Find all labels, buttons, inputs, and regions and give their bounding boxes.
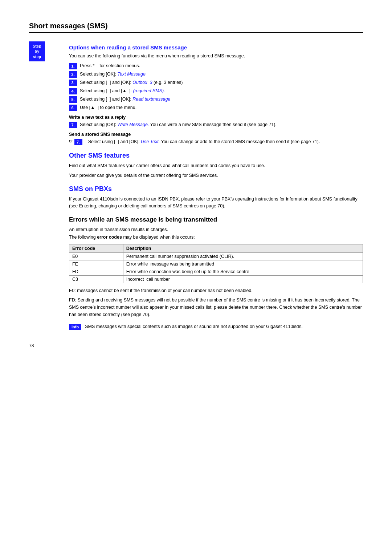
sms-pbx-text: If your Gigaset 4110isdn is connected to… bbox=[69, 196, 363, 210]
step-num-2: 2. bbox=[69, 71, 77, 78]
table-row: FD Error while connection was being set … bbox=[69, 268, 363, 276]
error-desc-e0: Permanent call number suppression activa… bbox=[123, 253, 363, 260]
error-desc-fd: Error while connection was being set up … bbox=[123, 268, 363, 276]
other-sms-para1: Find out what SMS features your carrier … bbox=[69, 162, 363, 169]
step-num-send-7: 7. bbox=[74, 139, 82, 145]
sub-send-heading: Send a stored SMS message bbox=[69, 132, 363, 137]
step-badge: Step by step bbox=[29, 41, 45, 61]
step-num-3: 3. bbox=[69, 80, 77, 86]
info-label: Info bbox=[69, 324, 81, 330]
options-heading: Options when reading a stored SMS messag… bbox=[69, 44, 363, 50]
table-row: C3 Incorrect call number bbox=[69, 276, 363, 283]
step-row-3: 3. Select using [ ] and [OK]: Outbox 3 (… bbox=[69, 79, 363, 86]
page-title: Short messages (SMS) bbox=[29, 22, 363, 33]
step-row-2: 2. Select using [OK]: Text Message bbox=[69, 71, 363, 78]
error-code-fd: FD bbox=[69, 268, 123, 276]
table-row: FE Error while message was being transmi… bbox=[69, 260, 363, 268]
errors-heading: Errors while an SMS message is being tra… bbox=[69, 216, 363, 223]
table-header-desc: Description bbox=[123, 244, 363, 253]
other-sms-para2: Your provider can give you details of th… bbox=[69, 172, 363, 179]
page-number: 78 bbox=[29, 343, 363, 348]
steps-list: 1. Press * for selection menus. 2. Selec… bbox=[69, 62, 363, 111]
step-row-write-7: 7. Select using [OK]: Write Message. You… bbox=[69, 121, 363, 128]
note-e0: E0: messages cannot be sent if the trans… bbox=[69, 287, 363, 294]
error-desc-fe: Error while message was being transmitte… bbox=[123, 260, 363, 268]
step-num-write-7: 7. bbox=[69, 122, 77, 128]
table-header-code: Error code bbox=[69, 244, 123, 253]
errors-intro1: An interruption in transmission results … bbox=[69, 226, 363, 233]
sub-write-heading: Write a new text as a reply bbox=[69, 115, 363, 120]
step-row-1: 1. Press * for selection menus. bbox=[69, 62, 363, 69]
error-code-c3: C3 bbox=[69, 276, 123, 283]
options-intro: You can use the following functions via … bbox=[69, 53, 363, 60]
step-num-4: 4. bbox=[69, 88, 77, 94]
or-label: or bbox=[69, 138, 73, 143]
step-num-1: 1. bbox=[69, 63, 77, 69]
error-desc-c3: Incorrect call number bbox=[123, 276, 363, 283]
step-row-send-7: or 7. Select using [ ] and [OK]: Use Tex… bbox=[69, 138, 363, 145]
errors-intro2: The following error codes may be display… bbox=[69, 234, 363, 241]
note-fd: FD: Sending and receiving SMS messages w… bbox=[69, 296, 363, 318]
step-row-4: 4. Select using [ ] and [▲ ]: (required … bbox=[69, 88, 363, 94]
info-block: Info SMS messages with special contents … bbox=[69, 323, 363, 330]
other-sms-heading: Other SMS features bbox=[69, 152, 363, 159]
error-table: Error code Description E0 Permanent call… bbox=[69, 244, 363, 283]
step-row-6: 6. Use [▲ ] to open the menu. bbox=[69, 104, 363, 111]
step-num-5: 5. bbox=[69, 96, 77, 103]
error-code-e0: E0 bbox=[69, 253, 123, 260]
table-row: E0 Permanent call number suppression act… bbox=[69, 253, 363, 260]
step-num-6: 6. bbox=[69, 105, 77, 111]
info-text: SMS messages with special contents such … bbox=[85, 323, 303, 330]
sms-pbx-heading: SMS on PBXs bbox=[69, 185, 363, 193]
error-code-fe: FE bbox=[69, 260, 123, 268]
step-row-5: 5. Select using [ ] and [OK]: Read textm… bbox=[69, 96, 363, 103]
